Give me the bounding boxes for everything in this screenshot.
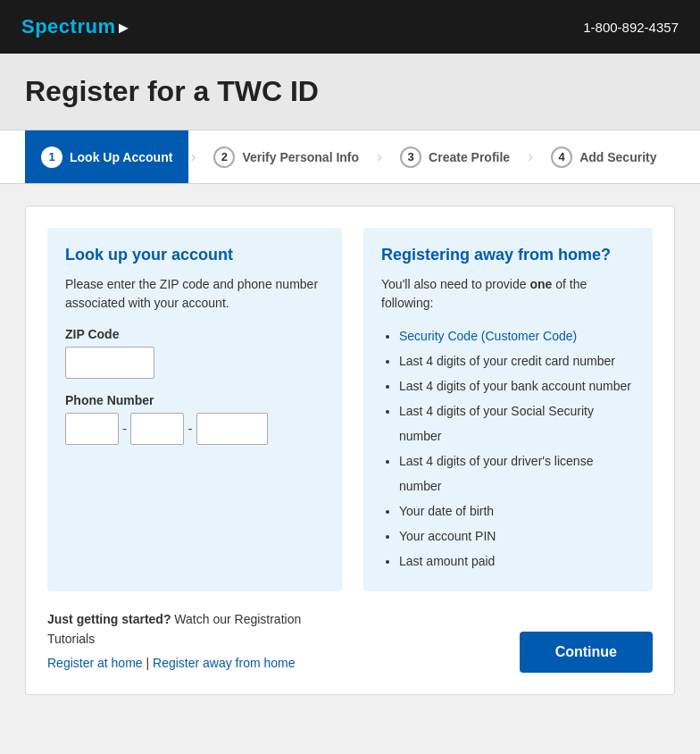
card-body: Look up your account Please enter the ZI… [47, 228, 653, 591]
card-footer: Just getting started? Watch our Registra… [47, 609, 653, 673]
list-item: Security Code (Customer Code) [399, 323, 635, 348]
step-divider-3: › [528, 147, 533, 166]
continue-button[interactable]: Continue [520, 632, 653, 673]
link-separator: | [146, 656, 154, 670]
footer-text-block: Just getting started? Watch our Registra… [47, 609, 333, 673]
phone-group: - - [65, 413, 324, 445]
main-content: Look up your account Please enter the ZI… [0, 184, 700, 716]
phone-label: Phone Number [65, 393, 324, 407]
lookup-heading: Look up your account [65, 246, 324, 264]
page-title: Register for a TWC ID [25, 75, 675, 108]
phone-line[interactable] [196, 413, 268, 445]
lookup-panel: Look up your account Please enter the ZI… [47, 228, 342, 591]
phone-area[interactable] [65, 413, 119, 445]
spectrum-logo: Spectrum► [21, 15, 132, 38]
footer-links: Register at home | Register away from ho… [47, 653, 333, 673]
step-1-label: Look Up Account [70, 150, 172, 164]
away-intro-bold: one [529, 277, 552, 291]
away-intro-text: You'll also need to provide [381, 277, 529, 291]
step-4-number: 4 [551, 147, 572, 168]
step-3-label: Create Profile [429, 150, 510, 164]
step-2-label: Verify Personal Info [242, 150, 359, 164]
register-at-home-link[interactable]: Register at home [47, 656, 143, 670]
requirements-list: Security Code (Customer Code) Last 4 dig… [381, 323, 635, 574]
logo-text: Spectrum► [21, 15, 132, 38]
steps-bar: 1 Look Up Account › 2 Verify Personal In… [0, 130, 700, 184]
step-2[interactable]: 2 Verify Personal Info [197, 130, 375, 183]
list-item: Last 4 digits of your bank account numbe… [399, 373, 635, 398]
zip-label: ZIP Code [65, 327, 324, 341]
list-item: Your date of birth [399, 498, 635, 524]
security-code-link[interactable]: Security Code (Customer Code) [399, 329, 577, 343]
registration-card: Look up your account Please enter the ZI… [25, 205, 675, 695]
list-item: Last 4 digits of your driver's license n… [399, 448, 635, 498]
getting-started-text: Just getting started? Watch our Registra… [47, 609, 333, 649]
step-4[interactable]: 4 Add Security [535, 130, 672, 183]
step-3[interactable]: 3 Create Profile [384, 130, 526, 183]
away-from-home-panel: Registering away from home? You'll also … [363, 228, 653, 591]
phone-dash-2: - [188, 421, 192, 437]
title-bar: Register for a TWC ID [0, 54, 700, 130]
list-item: Last 4 digits of your credit card number [399, 348, 635, 373]
step-3-number: 3 [400, 147, 421, 168]
getting-started-label: Just getting started? [47, 612, 171, 626]
step-divider-2: › [377, 147, 382, 166]
support-phone: 1-800-892-4357 [583, 20, 679, 35]
step-4-label: Add Security [579, 150, 656, 164]
step-divider-1: › [190, 147, 196, 166]
away-intro: You'll also need to provide one of the f… [381, 275, 635, 313]
away-heading: Registering away from home? [381, 246, 635, 264]
list-item: Last amount paid [399, 549, 635, 574]
list-item: Your account PIN [399, 524, 635, 549]
step-2-number: 2 [213, 147, 235, 168]
step-1[interactable]: 1 Look Up Account [25, 130, 188, 183]
step-1-number: 1 [41, 147, 62, 168]
lookup-description: Please enter the ZIP code and phone numb… [65, 275, 324, 313]
phone-dash-1: - [122, 421, 127, 437]
register-away-link[interactable]: Register away from home [153, 656, 296, 670]
zip-input[interactable] [65, 347, 154, 379]
list-item: Last 4 digits of your Social Security nu… [399, 398, 635, 448]
site-header: Spectrum► 1-800-892-4357 [0, 0, 700, 54]
phone-prefix[interactable] [130, 413, 184, 445]
